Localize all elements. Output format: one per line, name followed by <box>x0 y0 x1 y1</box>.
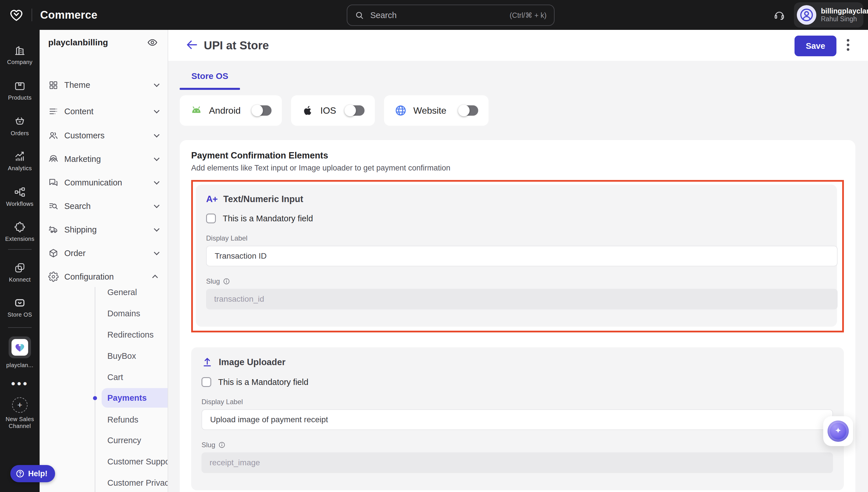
channel-label: Android <box>209 105 246 116</box>
sidebar-item-customer-privacy[interactable]: Customer Privacy <box>102 473 168 492</box>
sidebar-item-content[interactable]: Content <box>44 102 164 121</box>
rail-label: Analytics <box>8 165 32 172</box>
channel-toggles: Android IOS Website <box>180 95 489 126</box>
rail-item-konnect[interactable]: Konnect <box>0 262 40 283</box>
panel-subtitle: Add elements like Text input or Image up… <box>191 164 844 173</box>
help-label: Help! <box>28 469 48 478</box>
display-label-input[interactable] <box>206 246 838 266</box>
content-icon <box>48 106 58 117</box>
sidebar-item-label: Search <box>64 201 148 211</box>
help-button[interactable]: Help! <box>10 465 55 482</box>
element-text-numeric-input: A+ Text/Numeric Input This is a Mandator… <box>196 184 837 327</box>
rail-label: Konnect <box>9 276 31 283</box>
sidebar-item-customer-support[interactable]: Customer Support <box>102 452 168 471</box>
active-item-bullet <box>93 396 97 400</box>
sidebar-item-buybox[interactable]: BuyBox <box>102 346 168 366</box>
rail-more-icon[interactable]: ●●● <box>0 379 40 388</box>
rail-item-workflows[interactable]: Workflows <box>0 186 40 207</box>
display-label-caption: Display Label <box>206 234 825 242</box>
rail-label: Store OS <box>7 311 32 318</box>
channel-label: IOS <box>320 105 339 116</box>
sidebar-item-label: Communication <box>64 178 148 188</box>
sidebar-item-payments[interactable]: Payments <box>102 388 168 408</box>
sidebar-item-customers[interactable]: Customers <box>44 126 164 145</box>
sidebar-item-shipping[interactable]: Shipping <box>44 220 164 239</box>
mandatory-label: This is a Mandatory field <box>218 377 308 387</box>
text-input-icon: A+ <box>206 194 218 204</box>
chevron-down-icon <box>154 132 159 138</box>
rail-label: Workflows <box>6 200 33 207</box>
user-menu[interactable]: billingplayclans Rahul Singh <box>794 2 863 28</box>
topbar-right: billingplayclans Rahul Singh <box>773 0 863 30</box>
mandatory-checkbox[interactable] <box>206 214 216 223</box>
sidebar-item-domains[interactable]: Domains <box>102 304 168 323</box>
konnect-icon <box>14 262 26 274</box>
global-search-input[interactable]: Search (Ctrl/⌘ + k) <box>347 5 554 26</box>
rail-item-products[interactable]: Products <box>0 80 40 101</box>
rail-new-sales-channel[interactable]: + New Sales Channel <box>0 397 40 429</box>
sidebar-item-theme[interactable]: Theme <box>44 75 164 95</box>
android-toggle[interactable] <box>252 105 272 116</box>
rail-item-store-os[interactable]: Store OS <box>0 297 40 318</box>
user-name: billingplayclans <box>821 7 859 15</box>
element-title: Image Uploader <box>219 357 286 367</box>
store-os-icon <box>14 297 26 309</box>
info-icon <box>218 441 226 449</box>
sidebar-item-redirections[interactable]: Redirections <box>102 325 168 344</box>
question-circle-icon <box>16 469 25 478</box>
brand-name: Commerce <box>40 9 98 21</box>
rail-app-playclan[interactable] <box>8 337 31 358</box>
mandatory-checkbox[interactable] <box>201 377 211 387</box>
sidebar-item-general[interactable]: General <box>102 282 168 302</box>
chevron-down-icon <box>154 108 159 114</box>
element-image-uploader: Image Uploader This is a Mandatory field… <box>191 347 844 490</box>
rail-item-company[interactable]: Company <box>0 44 40 66</box>
new-channel-label: New Sales Channel <box>3 416 37 429</box>
payment-confirmation-panel: Payment Confirmation Elements Add elemen… <box>180 140 855 492</box>
preview-eye-icon[interactable] <box>147 37 158 48</box>
website-toggle[interactable] <box>459 105 478 116</box>
element-header: A+ Text/Numeric Input <box>206 194 825 204</box>
chevron-down-icon <box>154 179 159 184</box>
chevron-down-icon <box>154 202 159 208</box>
info-icon <box>223 277 230 285</box>
avatar <box>797 5 816 25</box>
order-box-icon <box>48 248 58 259</box>
back-button[interactable] <box>185 39 199 52</box>
sidebar-item-marketing[interactable]: Marketing <box>44 149 164 169</box>
app-window: Commerce Search (Ctrl/⌘ + k) billingplay… <box>0 0 868 492</box>
support-headset-icon[interactable] <box>773 9 785 21</box>
slug-input <box>201 452 833 473</box>
sidebar-item-currency[interactable]: Currency <box>102 430 168 450</box>
customers-icon <box>48 130 58 141</box>
slug-caption: Slug <box>206 277 825 285</box>
store-sidebar: Theme playclanbilling Content Customers … <box>40 30 168 492</box>
sidebar-item-refunds[interactable]: Refunds <box>102 410 168 429</box>
sidebar-item-communication[interactable]: Communication <box>44 173 164 192</box>
sparkle-coin-icon <box>827 420 849 442</box>
rail-item-orders[interactable]: Orders <box>0 115 40 137</box>
apple-icon <box>301 104 314 117</box>
rail-item-extensions[interactable]: Extensions <box>0 221 40 242</box>
slug-caption: Slug <box>201 441 833 449</box>
channel-rail: Company Products Orders Analytics Workfl… <box>0 30 40 492</box>
display-label-input[interactable] <box>201 409 833 430</box>
ai-assistant-button[interactable] <box>823 416 853 446</box>
user-icon <box>799 7 814 22</box>
tab-store-os[interactable]: Store OS <box>180 67 240 88</box>
rail-item-analytics[interactable]: Analytics <box>0 150 40 172</box>
sidebar-item-search[interactable]: Search <box>44 196 164 216</box>
kebab-menu-icon[interactable] <box>844 39 852 51</box>
slug-input <box>206 289 838 310</box>
sidebar-item-cart[interactable]: Cart <box>102 367 168 387</box>
sidebar-item-label: Marketing <box>64 154 148 164</box>
configuration-gear-icon <box>48 272 58 282</box>
ios-toggle[interactable] <box>345 105 365 116</box>
channel-card-ios: IOS <box>291 95 375 126</box>
subnav-tree-line <box>95 287 95 492</box>
playclan-logo-icon <box>11 339 28 355</box>
sidebar-item-label: Theme <box>64 80 148 90</box>
panel-title: Payment Confirmation Elements <box>191 150 844 161</box>
save-button[interactable]: Save <box>795 35 837 56</box>
sidebar-item-order[interactable]: Order <box>44 243 164 263</box>
